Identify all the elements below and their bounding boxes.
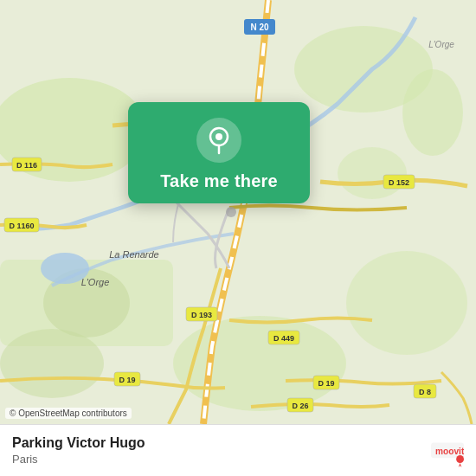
place-city: Paris (12, 453, 145, 466)
bottom-bar: Parking Victor Hugo Paris moovit (0, 424, 476, 476)
svg-point-36 (226, 207, 236, 217)
location-pin-icon (196, 118, 241, 163)
place-name: Parking Victor Hugo (12, 435, 145, 451)
moovit-icon: moovit (431, 434, 464, 467)
svg-text:D 26: D 26 (292, 402, 308, 410)
svg-point-8 (338, 147, 407, 199)
svg-point-4 (173, 316, 346, 411)
svg-text:D 193: D 193 (191, 311, 212, 319)
svg-text:La Renarde: La Renarde (109, 249, 159, 260)
moovit-logo: moovit (431, 434, 464, 467)
svg-point-41 (456, 455, 464, 463)
svg-text:D 19: D 19 (318, 379, 334, 388)
take-me-there-label: Take me there (160, 171, 278, 191)
svg-point-7 (0, 329, 104, 398)
svg-point-5 (346, 251, 467, 355)
svg-text:D 19: D 19 (119, 376, 135, 384)
take-me-there-card[interactable]: Take me there (128, 102, 310, 203)
svg-point-9 (402, 69, 463, 156)
svg-text:D 449: D 449 (273, 334, 294, 343)
svg-text:N 20: N 20 (250, 23, 269, 32)
svg-point-38 (215, 133, 222, 140)
svg-text:moovit: moovit (435, 446, 464, 455)
svg-text:D 152: D 152 (389, 178, 409, 187)
svg-text:D 1160: D 1160 (9, 222, 34, 230)
svg-text:L'Orge: L'Orge (81, 277, 110, 287)
svg-text:D 8: D 8 (419, 388, 431, 396)
svg-text:L'Orge: L'Orge (428, 40, 454, 49)
svg-text:D 116: D 116 (16, 161, 37, 170)
map-container: N 20 D 97 D 116 D 1160 D 152 D 193 D 449… (0, 0, 476, 424)
place-info: Parking Victor Hugo Paris (12, 435, 145, 466)
osm-attribution: © OpenStreetMap contributors (5, 408, 132, 419)
